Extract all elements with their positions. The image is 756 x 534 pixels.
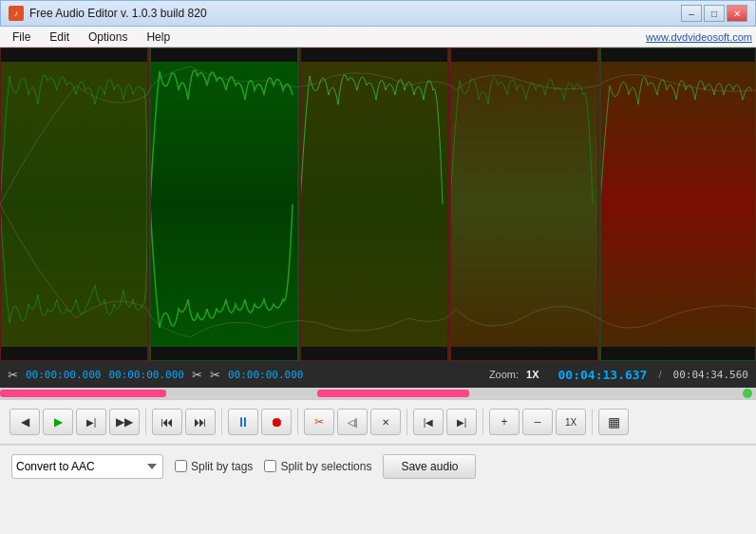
selection-end-time: 00:00:00.000 bbox=[108, 369, 183, 381]
current-time-display: 00:04:13.637 bbox=[558, 368, 648, 382]
title-text: Free Audio Editor v. 1.0.3 build 820 bbox=[29, 7, 675, 20]
menu-options[interactable]: Options bbox=[80, 28, 136, 47]
scrub-fill-right bbox=[317, 390, 468, 397]
scissors-icon-left: ✂ bbox=[8, 368, 18, 382]
next-marker-button[interactable]: ▶| bbox=[446, 409, 477, 435]
split-by-tags-text: Split by tags bbox=[191, 460, 253, 473]
prev-marker-button[interactable]: |◀ bbox=[413, 409, 444, 435]
close-button[interactable]: ✕ bbox=[727, 5, 747, 22]
total-time-display: 00:04:34.560 bbox=[673, 369, 748, 381]
separator-1 bbox=[145, 409, 146, 435]
record-button[interactable]: ⏺ bbox=[261, 409, 292, 435]
menu-bar: File Edit Options Help www.dvdvideosoft.… bbox=[0, 27, 756, 48]
zoom-label: Zoom: bbox=[489, 369, 519, 380]
mark-in-button[interactable]: ◁| bbox=[337, 409, 368, 435]
separator-5 bbox=[482, 409, 483, 435]
cut-button[interactable]: ✂ bbox=[304, 409, 334, 435]
selection-start-time: 00:00:00.000 bbox=[26, 369, 101, 381]
scissors-icon-mid: ✂ bbox=[192, 368, 202, 382]
title-bar: ♪ Free Audio Editor v. 1.0.3 build 820 –… bbox=[0, 0, 756, 27]
skip-start-button[interactable]: ⏮ bbox=[152, 409, 182, 435]
svg-rect-4 bbox=[150, 62, 297, 347]
minimize-button[interactable]: – bbox=[681, 5, 702, 22]
separator-6 bbox=[592, 409, 593, 435]
svg-rect-8 bbox=[450, 62, 597, 347]
scrub-playhead bbox=[743, 389, 752, 398]
scissors-icon-right: ✂ bbox=[210, 368, 220, 382]
app-icon: ♪ bbox=[9, 6, 24, 21]
menu-file[interactable]: File bbox=[4, 28, 39, 47]
waveform-area[interactable] bbox=[0, 48, 756, 361]
menu-help[interactable]: Help bbox=[138, 28, 179, 47]
skip-end-button[interactable]: ⏭ bbox=[185, 409, 216, 435]
pause-button[interactable]: ⏸ bbox=[228, 409, 258, 435]
rewind-button[interactable]: ◀ bbox=[9, 409, 40, 435]
split-by-selections-label[interactable]: Split by selections bbox=[264, 460, 371, 473]
website-link[interactable]: www.dvdvideosoft.com bbox=[646, 31, 752, 43]
forward-button[interactable]: ▶▶ bbox=[109, 409, 140, 435]
play-button[interactable]: ▶ bbox=[43, 409, 73, 435]
separator-3 bbox=[297, 409, 298, 435]
split-by-selections-text: Split by selections bbox=[280, 460, 371, 473]
split-by-tags-label[interactable]: Split by tags bbox=[175, 460, 253, 473]
time-divider: / bbox=[658, 369, 661, 380]
svg-rect-6 bbox=[300, 62, 447, 347]
split-by-selections-checkbox[interactable] bbox=[264, 460, 276, 472]
volume-label-button[interactable]: 1X bbox=[556, 409, 586, 435]
volume-up-button[interactable]: + bbox=[489, 409, 520, 435]
spectrogram-button[interactable]: ▦ bbox=[598, 409, 629, 435]
waveform-display bbox=[0, 48, 756, 361]
maximize-button[interactable]: □ bbox=[704, 5, 725, 22]
scrub-bar[interactable] bbox=[0, 388, 756, 399]
format-wrapper: Convert to AACConvert to MP3Convert to W… bbox=[11, 454, 163, 479]
volume-down-button[interactable]: – bbox=[522, 409, 553, 435]
bottom-bar: Convert to AACConvert to MP3Convert to W… bbox=[0, 445, 756, 486]
cut-position-time: 00:00:00.000 bbox=[228, 369, 303, 381]
delete-selection-button[interactable]: ✕ bbox=[370, 409, 401, 435]
play-selection-button[interactable]: ▶| bbox=[76, 409, 106, 435]
controls-bar: ◀ ▶ ▶| ▶▶ ⏮ ⏭ ⏸ ⏺ ✂ ◁| ✕ |◀ ▶| + – 1X ▦ bbox=[0, 399, 756, 445]
zoom-value: 1X bbox=[526, 369, 539, 380]
separator-4 bbox=[406, 409, 407, 435]
svg-rect-2 bbox=[0, 62, 147, 347]
timeline-bar: ✂ 00:00:00.000 00:00:00.000 ✂ ✂ 00:00:00… bbox=[0, 361, 756, 388]
format-select[interactable]: Convert to AACConvert to MP3Convert to W… bbox=[11, 454, 163, 479]
scrub-fill-left bbox=[0, 390, 166, 397]
split-by-tags-checkbox[interactable] bbox=[175, 460, 187, 472]
svg-rect-10 bbox=[600, 62, 756, 347]
separator-2 bbox=[221, 409, 222, 435]
window-controls: – □ ✕ bbox=[681, 5, 747, 22]
save-audio-button[interactable]: Save audio bbox=[383, 454, 476, 479]
menu-edit[interactable]: Edit bbox=[41, 28, 78, 47]
